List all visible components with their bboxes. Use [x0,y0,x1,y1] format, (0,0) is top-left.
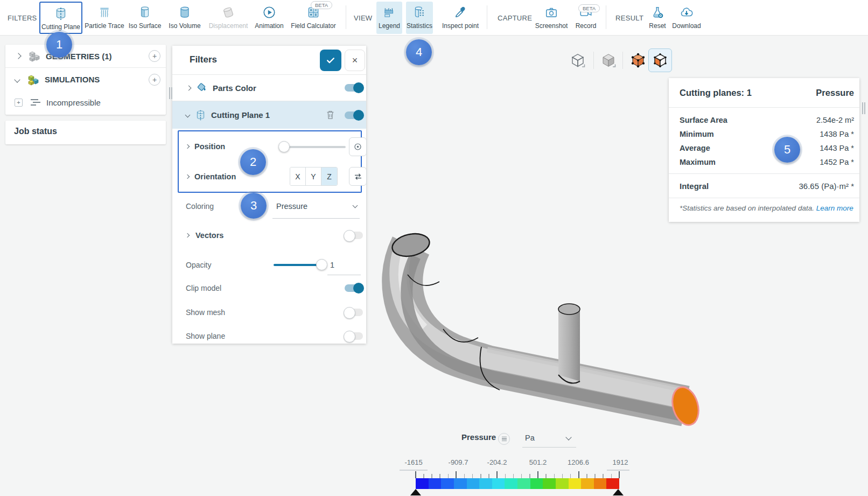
legend-min-handle[interactable] [410,489,421,495]
opacity-value-input[interactable]: 1 [330,261,334,269]
clip-model-label: Clip model [186,284,221,292]
legend-menu-button[interactable] [498,433,510,445]
add-geometry-button[interactable]: + [149,50,160,62]
expand-plus-icon[interactable]: + [15,99,23,107]
toolbar-button-screenshot[interactable]: Screenshot [534,2,569,34]
position-slider-thumb[interactable] [278,141,290,152]
render-mode-surfaces-edges-button[interactable] [626,48,650,72]
chevron-right-icon[interactable] [15,53,21,59]
checkmark-icon [325,55,336,66]
clip-model-toggle[interactable] [345,284,363,292]
coloring-select-underline [272,218,360,219]
stat-value: 1452 Pa * [820,158,854,166]
toolbar-button-legend[interactable]: Legend [376,2,402,34]
legend-colorbar[interactable] [416,478,619,489]
chevron-right-icon[interactable] [185,233,190,237]
toolbar-button-label: Animation [255,22,283,30]
toolbar-button-reset[interactable]: Reset [644,2,671,34]
opacity-slider-thumb[interactable] [316,259,327,270]
post-processor-window: Pressure Pa -1615 -909.7 -204.2 501.2 12… [0,0,868,496]
toolbar-button-label: Statistics [407,22,432,30]
filter-row-clip-model: Clip model [172,276,366,300]
vectors-toggle[interactable] [345,232,363,239]
show-mesh-label: Show mesh [186,308,225,317]
toolbar-button-label: Field Calculator [291,22,335,30]
chevron-right-icon[interactable] [186,85,192,90]
axis-x-button[interactable]: X [290,167,306,185]
stat-value: 1438 Pa * [820,130,854,138]
toolbar-button-label: Legend [379,22,400,30]
flip-orientation-button[interactable] [349,167,367,186]
chevron-right-icon[interactable] [185,174,190,179]
parts-color-toggle[interactable] [345,84,363,92]
legend-min-underline [400,470,428,471]
cutting-plane-small-icon [195,109,206,121]
toolbar-button-cutting-plane[interactable]: Cutting Plane [39,2,82,34]
filter-row-label: Cutting Plane 1 [211,110,270,120]
chevron-right-icon[interactable] [185,144,190,149]
toolbar-button-label: Reset [649,22,666,30]
cancel-button[interactable]: × [345,50,365,71]
toolbar-button-particle-trace[interactable]: Particle Trace [84,2,125,34]
show-plane-toggle[interactable] [345,332,363,340]
orange-cube-points-icon [630,52,646,68]
displacement-icon [221,3,235,22]
render-mode-isolated-face-button[interactable] [648,48,672,72]
sidebar-item-incompressible[interactable]: + Incompressible [5,91,166,114]
add-simulation-button[interactable]: + [149,74,160,86]
filters-panel-drag-handle[interactable] [169,87,173,99]
top-toolbar: FILTERS Cutting Plane Particle Trace Iso… [0,0,868,36]
cutting-plane-toggle[interactable] [345,111,363,119]
job-status-card[interactable]: Job status [5,121,166,144]
sidebar-item-label: Incompressible [46,98,101,107]
wireframe-cube-icon [570,52,586,68]
legend-unit-select[interactable]: Pa [525,434,535,442]
show-mesh-toggle[interactable] [345,309,363,316]
axis-z-button[interactable]: Z [321,167,337,185]
toolbar-button-iso-surface[interactable]: Iso Surface [127,2,163,34]
render-mode-surfaces-button[interactable] [597,48,620,72]
geometries-cubes-icon [28,50,41,62]
sidebar-item-simulations[interactable]: SIMULATIONS + [5,68,166,91]
chevron-down-icon[interactable] [185,113,191,118]
vectors-label: Vectors [195,231,223,240]
learn-more-link[interactable]: Learn more [816,204,853,212]
statistics-field: Pressure [816,88,854,98]
toolbar-button-iso-volume[interactable]: Iso Volume [167,2,202,34]
toolbar-button-animation[interactable]: Animation [253,2,286,34]
filters-group-label: FILTERS [8,14,37,22]
sidebar-item-geometries[interactable]: GEOMETRIES (1) + [5,45,166,68]
apply-button[interactable] [320,50,341,71]
toolbar-button-label: Particle Trace [85,22,124,30]
opacity-label: Opacity [186,261,211,269]
toolbar-separator [606,5,606,29]
coloring-select[interactable]: Pressure [276,202,307,211]
toolbar-button-label: Iso Surface [129,22,162,30]
legend-max-underline [607,470,629,471]
toolbar-button-label: Inspect point [442,22,479,30]
legend-tick-label: -909.7 [441,458,475,466]
toolbar-button-statistics[interactable]: Statistics [406,2,433,34]
toolbar-button-label: Displacement [209,22,248,30]
render-mode-wireframe-button[interactable] [566,48,590,72]
statistics-panel-drag-handle[interactable] [862,102,866,114]
particle-trace-icon [97,3,111,22]
chevron-down-icon[interactable] [14,76,20,82]
solid-cube-icon [600,52,617,68]
chevron-down-icon[interactable] [353,203,358,208]
opacity-slider-track[interactable] [274,264,322,266]
filter-row-cutting-plane-1[interactable]: Cutting Plane 1 [172,101,366,129]
legend-max-handle[interactable] [613,489,624,495]
filter-row-parts-color[interactable]: Parts Color [172,75,366,101]
unit-select-underline [522,447,576,448]
toolbar-button-inspect-point[interactable]: Inspect point [439,2,481,34]
viewcube-separator [622,52,623,69]
pick-point-button[interactable] [349,137,367,156]
axis-y-button[interactable]: Y [306,167,321,185]
toolbar-button-download[interactable]: Download [670,2,703,34]
camera-icon [544,3,558,22]
footnote-text: *Statistics are based on interpolated da… [680,204,814,212]
delete-filter-button[interactable] [326,110,335,120]
legend-max-input[interactable]: 1912 [603,458,638,466]
legend-min-input[interactable]: -1615 [396,458,431,466]
